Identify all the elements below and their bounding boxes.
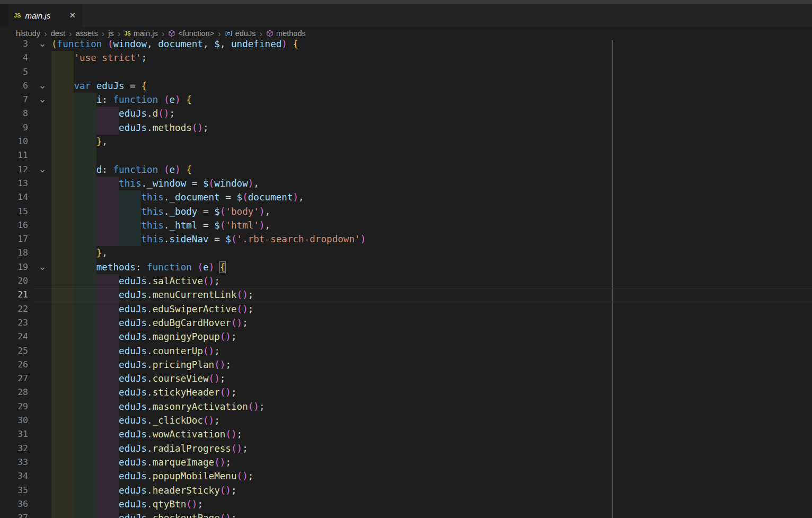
- code-line-6[interactable]: 6⌄ var eduJs = {: [0, 79, 812, 93]
- code-line-26[interactable]: 26 eduJs.pricingPlan();: [0, 358, 812, 372]
- code-line-16[interactable]: 16 this._html = $('html'),: [0, 218, 812, 232]
- code-line-13[interactable]: 13 this._window = $(window),: [0, 177, 812, 190]
- line-content: var eduJs = {: [51, 79, 812, 93]
- code-text: eduJs.masonryActivation();: [51, 401, 265, 412]
- code-line-20[interactable]: 20 eduJs.salActive();: [0, 274, 812, 288]
- code-line-7[interactable]: 7⌄ i: function (e) {: [0, 93, 812, 107]
- line-number: 12: [0, 163, 28, 177]
- code-line-3[interactable]: 3⌄(function (window, document, $, undefi…: [0, 40, 812, 51]
- code-line-31[interactable]: 31 eduJs.wowActivation();: [0, 427, 812, 441]
- code-line-17[interactable]: 17 this.sideNav = $('.rbt-search-dropdow…: [0, 232, 812, 246]
- code-text: eduJs.radialProgress();: [51, 443, 248, 454]
- line-content: eduJs.magnigyPopup();: [51, 330, 812, 344]
- breadcrumb-item-js[interactable]: js: [108, 29, 113, 38]
- line-content: eduJs.counterUp();: [51, 344, 812, 358]
- line-content: eduJs.wowActivation();: [51, 427, 812, 441]
- line-number: 25: [0, 344, 28, 358]
- code-line-5[interactable]: 5: [0, 65, 812, 79]
- tab-bar: JS main.js ✕: [0, 4, 812, 27]
- code-line-9[interactable]: 9 eduJs.methods();: [0, 121, 812, 135]
- code-text: var eduJs = {: [51, 81, 147, 91]
- code-line-24[interactable]: 24 eduJs.magnigyPopup();: [0, 330, 812, 344]
- vscode-window: JS main.js ✕ histudy›dest›assets›js›JSma…: [0, 0, 812, 518]
- fold-chevron-icon[interactable]: ⌄: [34, 162, 51, 176]
- line-number: 9: [0, 121, 28, 135]
- breadcrumb-item-dest[interactable]: dest: [51, 29, 65, 38]
- code-line-35[interactable]: 35 eduJs.headerSticky();: [0, 484, 812, 497]
- symbol-method-icon: [266, 30, 273, 37]
- line-content: this._body = $('body'),: [51, 205, 812, 218]
- code-editor[interactable]: 3⌄(function (window, document, $, undefi…: [0, 40, 812, 518]
- code-text: eduJs.pricingPlan();: [51, 359, 231, 370]
- code-line-21[interactable]: 21 eduJs.menuCurrentLink();: [0, 288, 812, 302]
- fold-chevron-icon[interactable]: ⌄: [34, 92, 51, 106]
- indent-guide-block: [74, 148, 96, 162]
- line-number: 3: [0, 40, 28, 51]
- line-content: eduJs.methods();: [51, 121, 812, 135]
- code-line-15[interactable]: 15 this._body = $('body'),: [0, 205, 812, 218]
- code-line-37[interactable]: 37 eduJs.checkoutPage();: [0, 511, 812, 518]
- fold-chevron-icon[interactable]: ⌄: [34, 78, 51, 92]
- breadcrumb-item-function[interactable]: <function>: [168, 29, 214, 38]
- line-content: eduJs.salActive();: [51, 274, 812, 288]
- line-content: 'use strict';: [51, 51, 812, 65]
- code-line-18[interactable]: 18 },: [0, 246, 812, 260]
- line-number: 6: [0, 79, 28, 93]
- line-content: eduJs.d();: [51, 107, 812, 120]
- line-content: methods: function (e) {: [51, 260, 812, 274]
- tab-main-js[interactable]: JS main.js ✕: [9, 4, 82, 27]
- code-line-10[interactable]: 10 },: [0, 135, 812, 148]
- line-number: 32: [0, 442, 28, 455]
- line-content: this.sideNav = $('.rbt-search-dropdown'): [51, 232, 812, 246]
- code-text: eduJs.magnigyPopup();: [51, 331, 237, 342]
- line-content: this._document = $(document),: [51, 190, 812, 204]
- breadcrumb-label: histudy: [16, 29, 40, 38]
- breadcrumb-separator-icon: ›: [162, 29, 165, 38]
- breadcrumb-item-edujs[interactable]: eduJs: [225, 29, 256, 38]
- code-line-27[interactable]: 27 eduJs.courseView();: [0, 372, 812, 385]
- code-line-30[interactable]: 30 eduJs._clickDoc();: [0, 414, 812, 427]
- fold-chevron-icon[interactable]: ⌄: [34, 40, 51, 50]
- line-number: 10: [0, 135, 28, 148]
- code-text: eduJs.stickyHeader();: [51, 387, 237, 398]
- line-number: 21: [0, 288, 28, 302]
- code-line-36[interactable]: 36 eduJs.qtyBtn();: [0, 497, 812, 511]
- line-content: eduJs.checkoutPage();: [51, 511, 812, 518]
- breadcrumb-item-main-js[interactable]: JSmain.js: [124, 29, 157, 38]
- code-line-29[interactable]: 29 eduJs.masonryActivation();: [0, 400, 812, 414]
- code-line-32[interactable]: 32 eduJs.radialProgress();: [0, 442, 812, 455]
- code-line-8[interactable]: 8 eduJs.d();: [0, 107, 812, 120]
- code-line-14[interactable]: 14 this._document = $(document),: [0, 190, 812, 204]
- breadcrumb-item-methods[interactable]: methods: [266, 29, 306, 38]
- code-line-11[interactable]: 11: [0, 148, 812, 162]
- close-icon[interactable]: ✕: [67, 10, 78, 21]
- code-line-33[interactable]: 33 eduJs.marqueImage();: [0, 455, 812, 469]
- breadcrumb-label: eduJs: [235, 29, 256, 38]
- breadcrumb-label: <function>: [178, 29, 214, 38]
- code-line-19[interactable]: 19⌄ methods: function (e) {: [0, 260, 812, 274]
- fold-chevron-icon[interactable]: ⌄: [34, 260, 51, 274]
- code-line-23[interactable]: 23 eduJs.eduBgCardHover();: [0, 316, 812, 330]
- line-content: this._window = $(window),: [51, 177, 812, 190]
- code-line-34[interactable]: 34 eduJs.popupMobileMenu();: [0, 469, 812, 483]
- code-text: methods: function (e) {: [51, 262, 225, 273]
- window-titlebar-strip: [0, 0, 812, 4]
- line-number: 17: [0, 232, 28, 246]
- line-content: eduJs.eduBgCardHover();: [51, 316, 812, 330]
- code-text: eduJs.qtyBtn();: [51, 499, 203, 510]
- breadcrumb-item-assets[interactable]: assets: [76, 29, 98, 38]
- code-line-22[interactable]: 22 eduJs.eduSwiperActive();: [0, 302, 812, 316]
- breadcrumb-label: assets: [76, 29, 98, 38]
- line-number: 4: [0, 51, 28, 65]
- line-number: 22: [0, 302, 28, 316]
- code-line-12[interactable]: 12⌄ d: function (e) {: [0, 163, 812, 177]
- code-text: eduJs.menuCurrentLink();: [51, 289, 253, 300]
- code-text: 'use strict';: [51, 52, 147, 63]
- code-line-25[interactable]: 25 eduJs.counterUp();: [0, 344, 812, 358]
- code-line-28[interactable]: 28 eduJs.stickyHeader();: [0, 385, 812, 399]
- code-text: eduJs.courseView();: [51, 373, 225, 384]
- code-line-4[interactable]: 4 'use strict';: [0, 51, 812, 65]
- code-text: eduJs.eduBgCardHover();: [51, 318, 248, 328]
- breadcrumb-item-histudy[interactable]: histudy: [16, 29, 40, 38]
- line-content: },: [51, 246, 812, 260]
